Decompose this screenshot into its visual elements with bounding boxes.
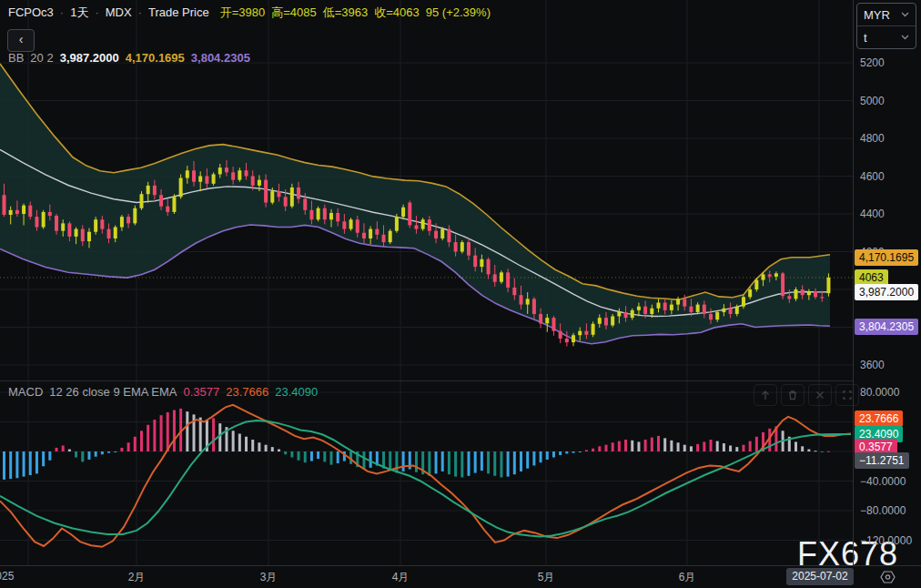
pane-close-button[interactable] (808, 384, 832, 406)
pane-delete-button[interactable] (781, 384, 805, 406)
currency-select[interactable]: MYR (857, 4, 916, 26)
unit-value: t (864, 31, 867, 45)
price-tick: 4600 (860, 169, 885, 184)
separator: · (60, 5, 64, 19)
time-tick: 2月 (128, 570, 146, 585)
symbol-name: FCPOc3 (8, 5, 54, 19)
currency-value: MYR (864, 8, 890, 22)
ohlc-low: 低=3963 (323, 5, 369, 21)
timezone-settings-button[interactable] (854, 566, 921, 588)
symbol-unit-selector: MYR t (856, 3, 916, 49)
time-tick: 4月 (392, 570, 410, 585)
bb-upper-value: 4,170.1695 (126, 51, 185, 65)
ohlc-high: 高=4085 (271, 5, 317, 21)
symbol-legend: FCPOc3 · 1天 · MDX · Trade Price 开=3980 高… (8, 5, 491, 21)
macd-tick: 80.0000 (860, 385, 899, 400)
close-icon (814, 389, 826, 401)
chevron-down-icon (901, 35, 909, 40)
macd-tick: −40.0000 (860, 474, 906, 489)
price-tick: 5200 (860, 56, 885, 70)
time-axis[interactable]: 2025-07-02 20252月3月4月5月6月 (0, 566, 853, 588)
price-type-label: Trade Price (148, 5, 209, 19)
time-tick: 3月 (260, 570, 278, 585)
macd-tick: −80.0000 (860, 503, 906, 518)
pane-move-up-button[interactable] (754, 384, 777, 406)
price-tick: 3600 (860, 358, 885, 372)
ohlc-close: 收=4063 (374, 5, 420, 21)
separator: · (138, 5, 142, 19)
pane-maximize-button[interactable] (835, 384, 859, 406)
macd-axis-badge: 23.7666 (855, 411, 903, 427)
macd-legend: MACD 12 26 close 9 EMA EMA 0.3577 23.766… (8, 385, 318, 399)
price-axis-badge: 3,804.2305 (855, 319, 918, 335)
price-tick: 5000 (860, 94, 885, 108)
unit-select[interactable]: t (857, 26, 916, 48)
macd-indicator-name: MACD (8, 385, 43, 399)
macd-tick: −120.0000 (860, 533, 912, 548)
macd-hist-value: 0.3577 (183, 385, 219, 399)
change-value: 95 (+2.39%) (426, 5, 491, 19)
trading-chart-app: FX678 FCPOc3 · 1天 · MDX · Trade Price 开=… (0, 0, 921, 588)
interval-label: 1天 (70, 5, 88, 21)
macd-signal-value: 23.4090 (275, 385, 318, 399)
hexagon-settings-icon (880, 570, 896, 584)
price-axis-badge: 4,170.1695 (855, 249, 918, 266)
time-tick: 5月 (538, 570, 555, 585)
chart-canvas[interactable] (0, 0, 853, 565)
price-tick: 4800 (860, 131, 885, 146)
price-axis[interactable]: MYR t 5200500048004600440042004000380036… (854, 0, 921, 565)
maximize-icon (841, 389, 854, 401)
exchange-label: MDX (106, 5, 132, 19)
ohlc-open: 开=3980 (220, 5, 266, 21)
last-date-badge: 2025-07-02 (786, 568, 854, 585)
arrow-up-icon (759, 389, 772, 401)
back-button[interactable]: ‹ (7, 29, 35, 52)
bb-indicator-name: BB (8, 51, 24, 65)
time-tick: 6月 (679, 570, 696, 585)
price-tick: 4400 (860, 207, 885, 221)
trash-icon (786, 389, 799, 401)
chevron-down-icon (901, 12, 909, 17)
bb-params: 20 2 (30, 51, 53, 65)
macd-pane-controls (754, 384, 859, 406)
bb-basis-value: 3,987.2000 (60, 51, 119, 65)
bb-lower-value: 3,804.2305 (191, 51, 250, 65)
price-axis-badge: 3,987.2000 (855, 284, 918, 300)
time-tick: 2025 (0, 570, 14, 583)
separator: · (95, 5, 98, 19)
macd-params: 12 26 close 9 EMA EMA (49, 385, 177, 399)
bb-legend: BB 20 2 3,987.2000 4,170.1695 3,804.2305 (8, 51, 250, 65)
macd-axis-badge: −11.2751 (855, 452, 909, 469)
macd-line-value: 23.7666 (226, 385, 268, 399)
